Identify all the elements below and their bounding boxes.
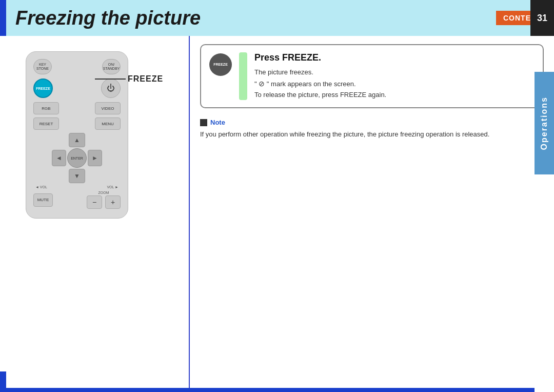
bottom-bar-left bbox=[0, 371, 6, 392]
reset-button[interactable]: RESET bbox=[33, 117, 59, 130]
freeze-button[interactable]: FREEZE bbox=[33, 79, 53, 98]
rgb-video-row: RGB VIDEO bbox=[33, 102, 121, 114]
dpad-left[interactable]: ◄ bbox=[52, 150, 66, 166]
freeze-instruction-box: FREEZE Press FREEZE. The picture freezes… bbox=[200, 44, 544, 108]
left-panel: KEY STONE ON/ STANDBY FREEZE ⏻ RG bbox=[0, 36, 190, 392]
freeze-description: The picture freezes. " ⊘ " mark appears … bbox=[254, 67, 535, 100]
note-text: If you perform other operation while fre… bbox=[200, 129, 544, 140]
press-freeze-title: Press FREEZE. bbox=[254, 52, 535, 63]
menu-button[interactable]: MENU bbox=[95, 117, 121, 130]
freeze-line3: To release the picture, press FREEZE aga… bbox=[254, 90, 535, 101]
video-button[interactable]: VIDEO bbox=[95, 102, 121, 114]
page-header: Freezing the picture CONTENTS 31 bbox=[0, 0, 554, 36]
remote-bottom-row: MUTE ZOOM − + bbox=[33, 191, 121, 209]
freeze-pointer-label: FREEZE bbox=[128, 74, 163, 84]
dpad-down[interactable]: ▼ bbox=[69, 169, 85, 183]
freeze-line2: " ⊘ " mark appears on the screen. bbox=[254, 78, 535, 90]
bottom-bar bbox=[0, 388, 535, 392]
freeze-icon: FREEZE bbox=[209, 53, 232, 76]
page-number: 31 bbox=[530, 0, 554, 36]
reset-menu-row: RESET MENU bbox=[33, 117, 121, 130]
main-content: KEY STONE ON/ STANDBY FREEZE ⏻ RG bbox=[0, 36, 554, 392]
header-blue-bar bbox=[0, 0, 6, 36]
note-section: Note If you perform other operation whil… bbox=[200, 119, 544, 140]
freeze-green-bar bbox=[239, 52, 247, 100]
operations-label: Operations bbox=[540, 96, 549, 150]
freeze-line1: The picture freezes. bbox=[254, 67, 535, 78]
note-icon bbox=[200, 119, 207, 126]
note-title: Note bbox=[200, 119, 544, 126]
page-title: Freezing the picture bbox=[6, 7, 496, 29]
operations-sidebar: Operations bbox=[535, 72, 554, 174]
zoom-minus-button[interactable]: − bbox=[87, 195, 102, 209]
dpad: ▲ ◄ ENTER ► ▼ bbox=[33, 133, 121, 183]
remote-top-row: KEY STONE ON/ STANDBY bbox=[33, 59, 121, 74]
zoom-controls: ZOOM − + bbox=[87, 191, 121, 209]
rgb-button[interactable]: RGB bbox=[33, 102, 59, 114]
right-panel: FREEZE Press FREEZE. The picture freezes… bbox=[190, 36, 554, 392]
freeze-content: Press FREEZE. The picture freezes. " ⊘ "… bbox=[254, 52, 535, 100]
dpad-enter[interactable]: ENTER bbox=[67, 148, 87, 168]
zoom-plus-button[interactable]: + bbox=[105, 195, 121, 209]
freeze-pointer-line bbox=[95, 79, 126, 80]
freeze-label-container: FREEZE bbox=[95, 74, 163, 84]
dpad-up[interactable]: ▲ bbox=[69, 133, 85, 147]
mute-button[interactable]: MUTE bbox=[33, 193, 53, 207]
on-standby-label: ON/ STANDBY bbox=[102, 59, 121, 74]
zoom-label: ZOOM bbox=[98, 191, 109, 194]
vol-labels: ◄ VOL VOL ► bbox=[33, 185, 121, 189]
keystone-button[interactable]: KEY STONE bbox=[33, 59, 52, 74]
dpad-right[interactable]: ► bbox=[88, 150, 102, 166]
